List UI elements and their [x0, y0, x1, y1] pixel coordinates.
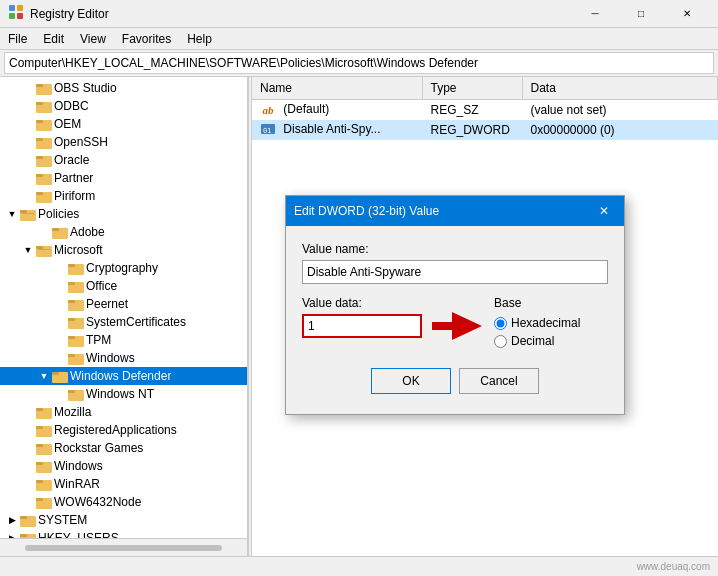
- dialog-title-bar: Edit DWORD (32-bit) Value ✕: [286, 196, 624, 226]
- menu-view[interactable]: View: [72, 28, 114, 49]
- tree-item-odbc[interactable]: ODBC: [0, 97, 247, 115]
- tree-item-windows-defender[interactable]: Windows Defender: [0, 367, 247, 385]
- svg-text:01: 01: [263, 127, 271, 135]
- tree-item-office[interactable]: Office: [0, 277, 247, 295]
- status-bar: www.deuaq.com: [0, 556, 718, 576]
- ab-icon: ab: [260, 102, 276, 118]
- folder-icon-tpm: [68, 332, 84, 348]
- tree-item-wow6432node[interactable]: WOW6432Node: [0, 493, 247, 511]
- base-label: Base: [494, 296, 614, 310]
- col-name: Name: [252, 77, 422, 99]
- tree-item-adobe[interactable]: Adobe: [0, 223, 247, 241]
- tree-item-tpm[interactable]: TPM: [0, 331, 247, 349]
- svg-rect-49: [36, 462, 43, 465]
- cell-name-selected: 01 Disable Anti-Spy...: [252, 120, 422, 140]
- folder-icon-rockstar: [36, 440, 52, 456]
- tree-item-windows-root[interactable]: Windows: [0, 457, 247, 475]
- folder-icon-windows-defender: [52, 368, 68, 384]
- base-area: Base Hexadecimal Decimal: [494, 296, 614, 352]
- dialog-body: Value name: Value data:: [286, 226, 624, 414]
- dword-icon: 01: [260, 122, 276, 138]
- tree-scroll-bottom: [0, 538, 248, 556]
- svg-rect-15: [36, 174, 43, 177]
- tree-item-obs-studio[interactable]: OBS Studio: [0, 79, 247, 97]
- tree-item-windows-microsoft[interactable]: Windows: [0, 349, 247, 367]
- table-row[interactable]: ab (Default) REG_SZ (value not set): [252, 99, 718, 120]
- tree-label-winrar: WinRAR: [54, 477, 100, 491]
- tree-label-peernet: Peernet: [86, 297, 128, 311]
- tree-item-oem[interactable]: OEM: [0, 115, 247, 133]
- menu-file[interactable]: File: [0, 28, 35, 49]
- folder-icon-oem: [36, 116, 52, 132]
- toggle-windows-defender[interactable]: [36, 368, 52, 384]
- toggle-policies[interactable]: [4, 206, 20, 222]
- maximize-button[interactable]: □: [618, 0, 664, 28]
- title-bar: Registry Editor ─ □ ✕: [0, 0, 718, 28]
- ok-button[interactable]: OK: [371, 368, 451, 394]
- tree-label-oem: OEM: [54, 117, 81, 131]
- tree-label-mozilla: Mozilla: [54, 405, 91, 419]
- tree-label-rockstar: Rockstar Games: [54, 441, 143, 455]
- folder-icon-odbc: [36, 98, 52, 114]
- menu-favorites[interactable]: Favorites: [114, 28, 179, 49]
- tree-item-winrar[interactable]: WinRAR: [0, 475, 247, 493]
- svg-rect-19: [20, 210, 27, 213]
- tree-label-windows-microsoft: Windows: [86, 351, 135, 365]
- folder-icon-winrar: [36, 476, 52, 492]
- svg-rect-27: [68, 264, 75, 267]
- svg-rect-2: [9, 13, 15, 19]
- value-data-label: Value data:: [302, 296, 422, 310]
- minimize-button[interactable]: ─: [572, 0, 618, 28]
- tree-item-system[interactable]: SYSTEM: [0, 511, 247, 529]
- folder-icon-mozilla: [36, 404, 52, 420]
- svg-rect-13: [36, 156, 43, 159]
- folder-icon-obs-studio: [36, 80, 52, 96]
- cell-data: (value not set): [522, 99, 718, 120]
- tree-item-registered-apps[interactable]: RegisteredApplications: [0, 421, 247, 439]
- folder-icon-policies: [20, 206, 36, 222]
- toggle-system[interactable]: [4, 512, 20, 528]
- toggle-microsoft[interactable]: [20, 242, 36, 258]
- cell-type: REG_SZ: [422, 99, 522, 120]
- tree-item-oracle[interactable]: Oracle: [0, 151, 247, 169]
- dialog-data-row: Value data: Base: [302, 296, 608, 352]
- tree-item-policies[interactable]: Policies: [0, 205, 247, 223]
- folder-icon-registered-apps: [36, 422, 52, 438]
- svg-rect-3: [17, 13, 23, 19]
- cancel-button[interactable]: Cancel: [459, 368, 539, 394]
- tree-item-openssh[interactable]: OpenSSH: [0, 133, 247, 151]
- tree-item-piriform[interactable]: Piriform: [0, 187, 247, 205]
- tree-panel[interactable]: OBS Studio ODBC OEM: [0, 77, 248, 556]
- tree-label-windows-nt: Windows NT: [86, 387, 154, 401]
- value-name-input[interactable]: [302, 260, 608, 284]
- tree-item-partner[interactable]: Partner: [0, 169, 247, 187]
- tree-label-oracle: Oracle: [54, 153, 89, 167]
- tree-item-windows-nt[interactable]: Windows NT: [0, 385, 247, 403]
- table-row-selected[interactable]: 01 Disable Anti-Spy... REG_DWORD 0x00000…: [252, 120, 718, 140]
- svg-rect-17: [36, 192, 43, 195]
- tree-item-microsoft[interactable]: Microsoft: [0, 241, 247, 259]
- radio-hexadecimal-input[interactable]: [494, 317, 507, 330]
- folder-icon-peernet: [68, 296, 84, 312]
- tree-item-rockstar[interactable]: Rockstar Games: [0, 439, 247, 457]
- menu-help[interactable]: Help: [179, 28, 220, 49]
- svg-rect-11: [36, 138, 43, 141]
- tree-item-peernet[interactable]: Peernet: [0, 295, 247, 313]
- folder-icon-openssh: [36, 134, 52, 150]
- address-path: Computer\HKEY_LOCAL_MACHINE\SOFTWARE\Pol…: [9, 56, 478, 70]
- dialog-close-button[interactable]: ✕: [592, 199, 616, 223]
- svg-rect-43: [36, 408, 43, 411]
- radio-decimal-input[interactable]: [494, 335, 507, 348]
- radio-decimal[interactable]: Decimal: [494, 334, 614, 348]
- tree-item-systemcertificates[interactable]: SystemCertificates: [0, 313, 247, 331]
- menu-edit[interactable]: Edit: [35, 28, 72, 49]
- svg-rect-41: [68, 390, 75, 393]
- radio-hexadecimal[interactable]: Hexadecimal: [494, 316, 614, 330]
- close-button[interactable]: ✕: [664, 0, 710, 28]
- value-data-input[interactable]: [302, 314, 422, 338]
- folder-icon-piriform: [36, 188, 52, 204]
- tree-item-cryptography[interactable]: Cryptography: [0, 259, 247, 277]
- tree-label-piriform: Piriform: [54, 189, 95, 203]
- svg-rect-5: [36, 84, 43, 87]
- tree-item-mozilla[interactable]: Mozilla: [0, 403, 247, 421]
